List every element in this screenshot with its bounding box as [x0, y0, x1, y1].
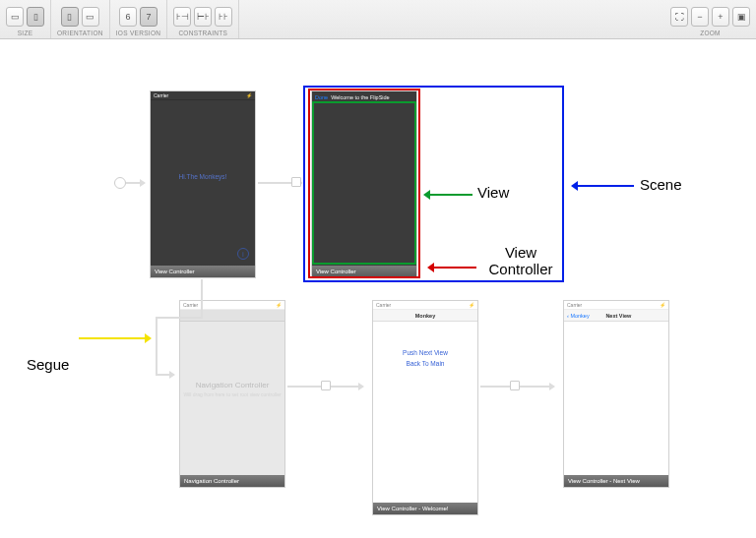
size-label: SIZE: [18, 30, 33, 36]
size-3-5-button[interactable]: ▭: [6, 7, 24, 27]
scene-view-controller-1[interactable]: Carrier⚡ Hi.The Monkeys! i View Controll…: [150, 90, 256, 278]
zoom-in-button[interactable]: +: [712, 7, 729, 27]
scene-footer: View Controller - Next View: [564, 475, 668, 487]
annotation-view-arrow: [425, 194, 472, 196]
nav-placeholder: Navigation Controller Will drag from her…: [180, 381, 284, 397]
segue-dock[interactable]: [510, 381, 520, 390]
size-4-button[interactable]: ▯: [27, 7, 44, 27]
status-bar: Carrier⚡: [151, 91, 255, 100]
status-bar: Carrier⚡: [180, 301, 284, 310]
constraints-group: ⊦⊣ ⊢⊦ ⊦⊦ CONSTRAINTS: [167, 0, 239, 38]
zoom-actual-button[interactable]: ▣: [732, 7, 750, 27]
resolve-button[interactable]: ⊦⊦: [215, 7, 232, 27]
ios-version-label: IOS VERSION: [116, 30, 161, 36]
storyboard-canvas[interactable]: Carrier⚡ Hi.The Monkeys! i View Controll…: [0, 39, 756, 538]
phone-body: Hi.The Monkeys! i: [151, 100, 255, 266]
scene-navigation-controller[interactable]: Carrier⚡ Navigation Controller Will drag…: [179, 300, 285, 488]
status-bar: Carrier⚡: [373, 301, 477, 310]
segue-dock[interactable]: [291, 177, 301, 187]
size-group: ▭ ▯ SIZE: [0, 0, 51, 38]
segue-line: [156, 317, 158, 376]
done-button[interactable]: Done: [315, 94, 328, 100]
scene-footer: View Controller: [151, 266, 255, 277]
ios-version-group: 6 7 IOS VERSION: [110, 0, 168, 38]
portrait-button[interactable]: ▯: [61, 7, 79, 27]
constraints-label: CONSTRAINTS: [178, 30, 227, 36]
zoom-out-button[interactable]: −: [691, 7, 709, 27]
pin-button[interactable]: ⊢⊦: [194, 7, 212, 27]
scene-footer: View Controller: [312, 266, 416, 277]
entry-point-icon: [114, 177, 126, 189]
ios7-button[interactable]: 7: [140, 7, 158, 27]
nav-title: Monkey: [379, 313, 472, 319]
phone-body: Push Next View Back To Main: [373, 349, 477, 503]
status-bar: Carrier⚡: [564, 301, 668, 310]
scene-footer: View Controller - Welcome!: [373, 503, 477, 514]
nav-bar: ‹ Monkey Next View: [564, 310, 668, 322]
entry-arrow: [126, 182, 144, 184]
annotation-vc-arrow: [429, 267, 476, 269]
annotation-vc-label: View Controller: [481, 244, 560, 277]
scene-flipside[interactable]: Done Welcome to the FlipSide View Contro…: [311, 90, 417, 278]
scene-footer: Navigation Controller: [180, 475, 284, 487]
push-next-button[interactable]: Push Next View: [373, 349, 477, 356]
phone-body: [564, 322, 668, 475]
nav-title: Welcome to the FlipSide: [331, 94, 413, 100]
align-button[interactable]: ⊦⊣: [173, 7, 191, 27]
orientation-label: ORIENTATION: [57, 30, 103, 36]
scene-welcome[interactable]: Carrier⚡ Monkey Push Next View Back To M…: [372, 300, 478, 515]
center-text: Hi.The Monkeys!: [151, 173, 255, 180]
zoom-fit-button[interactable]: ⛶: [670, 7, 688, 27]
ios6-button[interactable]: 6: [119, 7, 137, 27]
segue-line: [156, 374, 173, 376]
zoom-label: ZOOM: [700, 30, 721, 36]
annotation-segue-arrow: [79, 337, 150, 339]
segue-vc1-to-nav[interactable]: [201, 279, 203, 319]
orientation-group: ▯ ▭ ORIENTATION: [51, 0, 110, 38]
zoom-group: ⛶ − + ▣ ZOOM: [664, 0, 756, 38]
nav-bar: [180, 310, 284, 322]
info-icon[interactable]: i: [237, 248, 249, 260]
annotation-segue-label: Segue: [27, 356, 69, 373]
phone-body: Navigation Controller Will drag from her…: [180, 322, 284, 475]
annotation-scene-arrow: [573, 185, 634, 187]
segue-line: [156, 317, 203, 319]
scene-next-view[interactable]: Carrier⚡ ‹ Monkey Next View View Control…: [563, 300, 669, 488]
back-to-main-button[interactable]: Back To Main: [373, 360, 477, 367]
annotation-scene-label: Scene: [640, 176, 682, 193]
landscape-button[interactable]: ▭: [82, 7, 99, 27]
nav-bar: Monkey: [373, 310, 477, 322]
phone-body: [312, 103, 416, 266]
annotation-view-label: View: [477, 184, 509, 201]
nav-title: Next View: [575, 313, 662, 319]
nav-bar: Done Welcome to the FlipSide: [312, 91, 416, 103]
segue-dock[interactable]: [321, 381, 331, 390]
toolbar: ▭ ▯ SIZE ▯ ▭ ORIENTATION 6 7 IOS VERSION…: [0, 0, 756, 39]
